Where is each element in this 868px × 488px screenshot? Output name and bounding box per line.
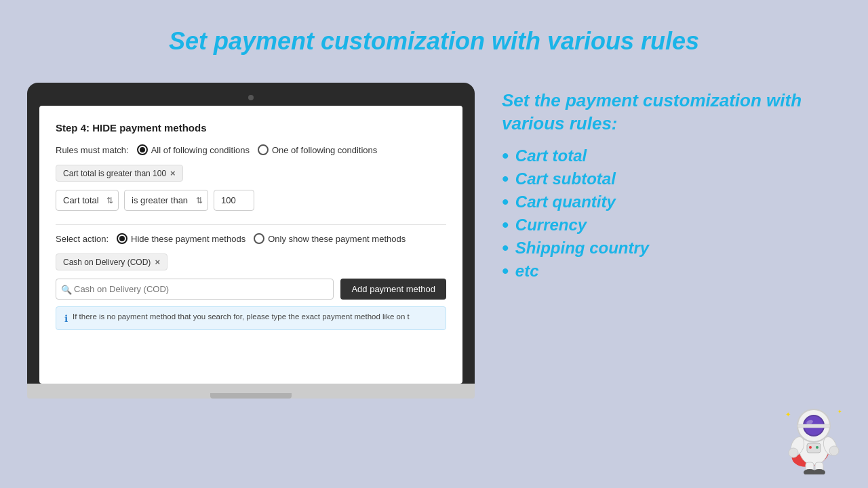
radio-one-option[interactable]: One of following conditions	[258, 144, 377, 155]
tag-close-icon[interactable]: ×	[170, 168, 176, 178]
radio-all-label: All of following conditions	[151, 145, 250, 155]
payment-search-row: 🔍 Add payment method	[56, 279, 446, 300]
radio-one-circle[interactable]	[258, 144, 269, 155]
rules-match-label: Rules must match:	[56, 145, 129, 155]
rules-match-row: Rules must match: All of following condi…	[56, 144, 446, 155]
bullet-cart-subtotal-text: Cart subtotal	[515, 169, 616, 188]
laptop-base	[27, 384, 475, 399]
radio-hide-circle[interactable]	[117, 233, 127, 244]
step-title: Step 4: HIDE payment methods	[56, 122, 446, 134]
search-icon: 🔍	[61, 284, 72, 294]
field-select-wrapper[interactable]: Cart total	[56, 190, 119, 211]
operator-select[interactable]: is greater than	[124, 190, 208, 211]
laptop-wrapper: Step 4: HIDE payment methods Rules must …	[27, 83, 475, 399]
radio-one-label: One of following conditions	[272, 145, 377, 155]
payment-tag-close-icon[interactable]: ×	[155, 257, 160, 267]
payment-tag: Cash on Delivery (COD) ×	[56, 253, 167, 270]
divider-1	[56, 224, 446, 225]
svg-point-10	[829, 446, 839, 455]
laptop-screen: Step 4: HIDE payment methods Rules must …	[39, 106, 462, 384]
svg-text:✦: ✦	[837, 409, 842, 415]
svg-text:✦: ✦	[785, 411, 791, 418]
astronaut-svg: ✦ ✦	[773, 393, 854, 474]
bullet-list: Cart total Cart subtotal Cart quantity C…	[502, 146, 841, 281]
select-action-row: Select action: Hide these payment method…	[56, 233, 446, 244]
payment-search-input[interactable]	[56, 279, 334, 300]
right-panel: Set the payment customization with vario…	[502, 83, 841, 285]
radio-show-label: Only show these payment methods	[268, 234, 406, 244]
field-select[interactable]: Cart total	[56, 190, 119, 211]
info-bar: ℹ If there is no payment method that you…	[56, 306, 446, 330]
mascot: ✦ ✦	[773, 393, 854, 474]
svg-point-17	[816, 446, 818, 449]
bullet-etc-text: etc	[515, 262, 539, 281]
bullet-shipping-country-text: Shipping country	[515, 239, 649, 258]
condition-value-input[interactable]	[214, 190, 254, 211]
search-input-wrapper: 🔍	[56, 279, 334, 300]
condition-row: Cart total is greater than	[56, 190, 446, 211]
svg-point-16	[809, 446, 812, 449]
radio-show-circle[interactable]	[254, 233, 264, 244]
radio-show-option[interactable]: Only show these payment methods	[254, 233, 406, 244]
laptop-body: Step 4: HIDE payment methods Rules must …	[27, 83, 475, 384]
list-item-cart-total: Cart total	[502, 146, 841, 165]
content-area: Step 4: HIDE payment methods Rules must …	[0, 83, 868, 399]
list-item-etc: etc	[502, 262, 841, 281]
add-payment-method-button[interactable]: Add payment method	[340, 279, 446, 300]
info-text: If there is no payment method that you s…	[73, 312, 410, 321]
operator-select-wrapper[interactable]: is greater than	[124, 190, 208, 211]
radio-hide-label: Hide these payment methods	[131, 234, 245, 244]
radio-all-option[interactable]: All of following conditions	[137, 144, 250, 155]
svg-rect-6	[797, 424, 830, 428]
list-item-currency: Currency	[502, 216, 841, 235]
list-item-cart-quantity: Cart quantity	[502, 192, 841, 211]
radio-all-circle[interactable]	[137, 144, 148, 155]
bullet-cart-quantity-text: Cart quantity	[515, 192, 616, 211]
active-condition-tag: Cart total is greater than 100 ×	[56, 165, 183, 182]
list-item-shipping-country: Shipping country	[502, 239, 841, 258]
right-panel-title: Set the payment customization with vario…	[502, 89, 841, 136]
select-action-label: Select action:	[56, 234, 108, 244]
page-title: Set payment customization with various r…	[0, 0, 868, 69]
laptop-camera	[248, 95, 254, 100]
bullet-cart-total-text: Cart total	[515, 146, 587, 165]
svg-point-9	[789, 448, 798, 458]
tag-label: Cart total is greater than 100	[63, 169, 166, 178]
list-item-cart-subtotal: Cart subtotal	[502, 169, 841, 188]
radio-hide-option[interactable]: Hide these payment methods	[117, 233, 245, 244]
svg-rect-15	[807, 443, 821, 453]
info-icon: ℹ	[64, 313, 68, 324]
bullet-currency-text: Currency	[515, 216, 587, 235]
screen-content: Step 4: HIDE payment methods Rules must …	[39, 106, 462, 346]
payment-tag-label: Cash on Delivery (COD)	[63, 258, 151, 267]
